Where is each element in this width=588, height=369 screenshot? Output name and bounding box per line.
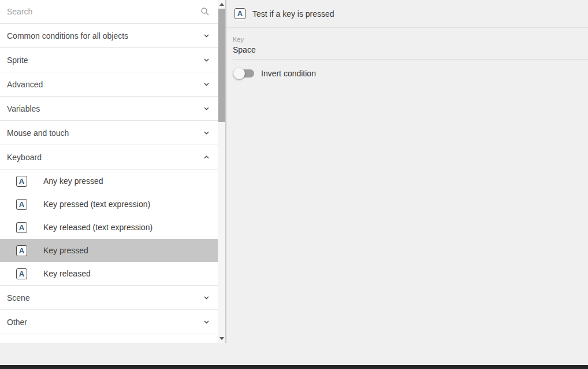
chevron-down-icon [203,129,210,136]
keyboard-conditions-list: A Any key pressed A Key pressed (text ex… [0,169,218,286]
keyboard-key-icon: A [16,268,27,279]
key-field-label: Key [233,36,588,43]
condition-item-label: Key released [43,269,91,278]
condition-item-label: Key pressed [43,246,88,255]
toggle-knob-icon [233,68,245,79]
condition-editor-panel: A Test if a key is pressed Key Space Inv… [226,0,588,365]
key-field[interactable]: Key Space [233,36,588,60]
conditions-sidebar: Common conditions for all objects Sprite… [0,0,218,343]
sidebar-section-scene[interactable]: Scene [0,286,218,310]
chevron-down-icon [203,56,210,64]
search-input[interactable] [7,7,200,16]
section-label: Variables [7,104,40,113]
sidebar-section-advanced[interactable]: Advanced [0,72,218,97]
editor-header: A Test if a key is pressed [226,0,588,28]
keyboard-key-icon: A [235,8,245,19]
sidebar-scrollbar[interactable] [218,0,225,343]
section-label: Other [7,318,27,327]
keyboard-key-icon: A [16,245,27,256]
section-label: Mouse and touch [7,128,69,138]
section-label: Common conditions for all objects [7,31,128,40]
chevron-down-icon [203,294,210,301]
key-field-underline [233,59,588,60]
key-field-value[interactable]: Space [233,45,588,59]
sidebar-section-keyboard[interactable]: Keyboard [0,145,218,169]
invert-condition-toggle[interactable] [233,68,254,79]
condition-item-key-released[interactable]: A Key released [0,262,218,285]
invert-condition-row: Invert condition [233,68,588,79]
condition-item-key-released-text-expression[interactable]: A Key released (text expression) [0,216,218,239]
chevron-down-icon [203,318,210,326]
keyboard-key-icon: A [16,222,27,233]
section-label: Keyboard [7,153,42,162]
condition-item-label: Key pressed (text expression) [43,200,150,209]
condition-item-any-key-pressed[interactable]: A Any key pressed [0,169,218,193]
condition-item-key-pressed[interactable]: A Key pressed [0,239,218,262]
keyboard-key-icon: A [16,199,27,210]
chevron-down-icon [203,105,210,112]
bottom-bar [0,365,588,369]
chevron-down-icon [203,32,210,39]
sidebar-section-other[interactable]: Other [0,310,218,334]
scrollbar-up-button[interactable] [218,0,225,9]
scroll-down-icon [219,337,224,340]
scroll-up-icon [219,3,224,6]
condition-editor-dialog: Common conditions for all objects Sprite… [0,0,588,369]
chevron-down-icon [203,80,210,88]
section-label: Advanced [7,80,43,89]
sidebar-section-sprite[interactable]: Sprite [0,48,218,72]
condition-item-key-pressed-text-expression[interactable]: A Key pressed (text expression) [0,193,218,216]
sidebar-section-common-conditions[interactable]: Common conditions for all objects [0,24,218,48]
sidebar-section-mouse-and-touch[interactable]: Mouse and touch [0,121,218,145]
search-icon [200,7,210,16]
search-row [0,0,218,24]
scrollbar-thumb[interactable] [218,9,225,122]
chevron-up-icon [203,153,210,161]
section-label: Sprite [7,56,28,65]
invert-condition-label: Invert condition [261,69,316,78]
condition-title: Test if a key is pressed [252,9,334,19]
scrollbar-down-button[interactable] [218,334,225,343]
keyboard-key-icon: A [16,176,27,187]
sidebar-section-variables[interactable]: Variables [0,97,218,121]
section-label: Scene [7,293,30,302]
condition-item-label: Key released (text expression) [43,223,152,232]
condition-item-label: Any key pressed [43,176,103,186]
